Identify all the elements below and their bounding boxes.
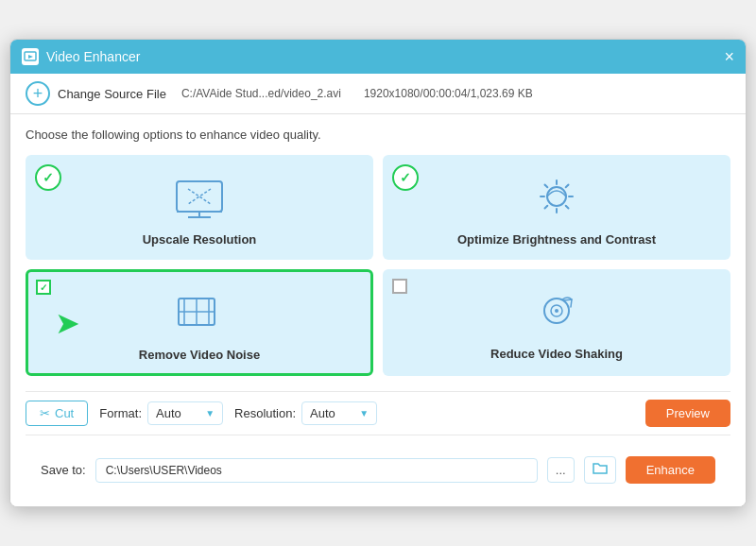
svg-marker-1	[28, 55, 33, 59]
toolbar: ✂ Cut Format: Auto ▼ Resolution: Auto ▼	[26, 391, 730, 435]
file-meta: 1920x1080/00:00:04/1,023.69 KB	[364, 87, 533, 100]
cut-label: Cut	[55, 406, 74, 420]
brightness-checkbox[interactable]	[392, 164, 419, 191]
option-shaking[interactable]: Reduce Video Shaking	[383, 269, 730, 376]
bottom-bar: Save to: ... Enhance	[26, 447, 730, 493]
top-bar: + Change Source File C:/AVAide Stud...ed…	[10, 74, 746, 114]
shaking-label: Reduce Video Shaking	[490, 347, 623, 361]
save-path-input[interactable]	[95, 458, 538, 483]
option-upscale[interactable]: Upscale Resolution	[26, 155, 373, 260]
svg-rect-2	[177, 181, 222, 212]
resolution-label: Resolution:	[234, 406, 296, 420]
preview-button[interactable]: Preview	[645, 400, 730, 427]
enhance-button[interactable]: Enhance	[626, 456, 715, 484]
main-window: Video Enhancer × + Change Source File C:…	[9, 39, 747, 507]
svg-point-8	[547, 187, 566, 206]
upscale-checkbox[interactable]	[35, 164, 61, 191]
format-dropdown[interactable]: Auto ▼	[147, 401, 223, 425]
main-content: Choose the following options to enhance …	[10, 114, 746, 506]
shaking-checkbox[interactable]	[392, 279, 407, 294]
window-title: Video Enhancer	[46, 49, 140, 64]
title-bar-left: Video Enhancer	[22, 48, 140, 65]
shaking-icon	[530, 290, 583, 339]
cut-button[interactable]: ✂ Cut	[26, 401, 88, 426]
resolution-dropdown[interactable]: Auto ▼	[301, 401, 377, 425]
noise-icon	[173, 291, 226, 340]
folder-button[interactable]	[584, 456, 616, 484]
options-grid: Upscale Resolution	[26, 155, 730, 376]
change-source-button[interactable]: + Change Source File	[26, 81, 166, 106]
svg-line-7	[188, 189, 211, 204]
upscale-icon	[173, 176, 226, 225]
brightness-label: Optimize Brightness and Contrast	[457, 232, 656, 247]
resolution-arrow-icon: ▼	[359, 408, 369, 418]
option-noise[interactable]: ➤ Remove Video Noise	[26, 269, 373, 376]
title-bar: Video Enhancer ×	[10, 40, 746, 74]
svg-line-6	[188, 189, 211, 204]
window-content: + Change Source File C:/AVAide Stud...ed…	[10, 74, 746, 506]
resolution-value: Auto	[310, 406, 353, 420]
brightness-icon	[530, 176, 583, 225]
green-arrow-icon: ➤	[55, 305, 80, 341]
noise-label: Remove Video Noise	[139, 348, 260, 362]
close-button[interactable]: ×	[724, 48, 734, 65]
svg-point-15	[555, 309, 558, 313]
app-icon	[22, 48, 39, 65]
format-value: Auto	[156, 406, 199, 420]
add-icon: +	[26, 81, 50, 106]
format-arrow-icon: ▼	[205, 408, 215, 418]
instructions-text: Choose the following options to enhance …	[26, 128, 730, 142]
format-label: Format:	[99, 406, 142, 420]
file-path: C:/AVAide Stud...ed/video_2.avi	[181, 87, 341, 100]
resolution-group: Resolution: Auto ▼	[234, 401, 377, 425]
browse-button[interactable]: ...	[547, 457, 575, 483]
format-group: Format: Auto ▼	[99, 401, 223, 425]
scissors-icon: ✂	[40, 406, 50, 420]
save-to-label: Save to:	[41, 463, 86, 477]
noise-checkbox[interactable]	[36, 280, 51, 295]
option-brightness[interactable]: Optimize Brightness and Contrast	[383, 155, 730, 260]
change-source-label: Change Source File	[58, 87, 166, 101]
upscale-label: Upscale Resolution	[143, 232, 257, 247]
folder-icon	[593, 462, 608, 475]
